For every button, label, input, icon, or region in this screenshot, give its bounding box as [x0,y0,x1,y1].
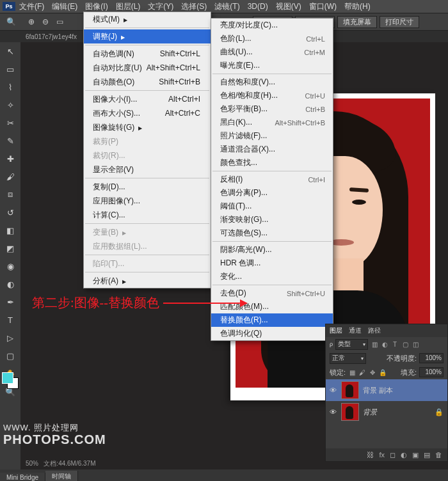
menu-layer[interactable]: 图层(L) [116,1,141,12]
blur-tool-icon[interactable]: ◉ [4,260,17,272]
adjust-menu-item[interactable]: 色调分离(P)... [211,186,333,200]
fill-screen-button[interactable]: 填充屏幕 [337,16,377,28]
filter-shape-icon[interactable]: ▢ [401,340,409,348]
image-menu-item[interactable]: 图像大小(I)...Alt+Ctrl+I [84,92,211,106]
wand-tool-icon[interactable]: ✧ [4,99,17,111]
adjust-menu-item[interactable]: 阈值(T)... [211,200,333,213]
marquee-tool-icon[interactable]: ▭ [4,63,17,75]
image-menu-item[interactable]: 变量(B) [84,225,211,239]
filter-image-icon[interactable]: ▥ [371,340,378,348]
menu-select[interactable]: 选择(S) [181,1,207,12]
lock-pos-icon[interactable]: ✥ [369,368,376,376]
adjust-menu-item[interactable]: 变化... [211,270,333,283]
image-menu-item[interactable]: 画布大小(S)...Alt+Ctrl+C [84,106,211,120]
menu-window[interactable]: 窗口(W) [309,1,337,12]
menu-filter[interactable]: 滤镜(T) [214,1,239,12]
stamp-tool-icon[interactable]: ⧈ [4,188,17,201]
print-size-button[interactable]: 打印尺寸 [380,16,419,28]
group-icon[interactable]: ▣ [412,451,419,459]
image-menu-item[interactable]: 分析(A) [84,274,211,288]
image-menu-item[interactable]: 应用数据组(L)... [84,239,211,253]
image-menu-item[interactable]: 显示全部(V) [84,162,211,177]
mask-icon[interactable]: ◻ [390,451,396,459]
filter-text-icon[interactable]: T [391,340,399,348]
opacity-input[interactable]: 100% [419,353,444,363]
tab-minibridge[interactable]: Mini Bridge [0,473,45,481]
adjust-menu-item[interactable]: 可选颜色(S)... [211,226,333,240]
image-menu-item[interactable]: 计算(C)... [84,208,211,222]
image-menu-item[interactable]: 裁切(R)... [84,148,211,162]
adjust-menu-item[interactable]: 曝光度(E)... [211,59,333,72]
zoom-window-icon[interactable]: ▭ [54,16,65,28]
adjust-menu-item[interactable]: 曲线(U)...Ctrl+M [211,45,333,59]
type-tool-icon[interactable]: T [4,313,17,326]
menu-3d[interactable]: 3D(D) [248,2,268,11]
dodge-tool-icon[interactable]: ◐ [4,278,17,290]
pen-tool-icon[interactable]: ✒ [4,296,17,308]
layer-row[interactable]: 👁 背景 🔒 [326,401,447,423]
visibility-icon[interactable]: 👁 [328,408,337,416]
fill-input[interactable]: 100% [419,367,444,377]
layer-name[interactable]: 背景 副本 [363,386,393,395]
lock-all-icon[interactable]: 🔒 [379,368,387,376]
move-tool-icon[interactable]: ↖ [4,45,17,58]
layer-name[interactable]: 背景 [363,407,377,417]
menu-view[interactable]: 视图(V) [276,1,301,12]
menu-file[interactable]: 文件(F) [19,1,44,12]
image-menu-item[interactable]: 模式(M) [84,12,211,26]
image-menu-item[interactable]: 裁剪(P) [84,134,211,148]
image-menu-item[interactable]: 陷印(T)... [84,256,211,271]
adjust-menu-item[interactable]: 黑白(K)...Alt+Shift+Ctrl+B [211,116,333,129]
blend-mode-select[interactable]: 正常 [330,353,366,364]
adjust-icon[interactable]: ◐ [401,451,407,459]
crop-tool-icon[interactable]: ✂ [4,116,17,129]
adjust-menu-item[interactable]: 渐变映射(G)... [211,213,333,226]
tab-timeline[interactable]: 时间轴 [45,471,78,481]
filter-kind-select[interactable]: 类型 [335,339,368,350]
image-menu[interactable]: 模式(M)调整(J)自动色调(N)Shift+Ctrl+L自动对比度(U)Alt… [83,12,211,288]
adjust-menu-item[interactable]: 色彩平衡(B)...Ctrl+B [211,102,333,116]
eraser-tool-icon[interactable]: ◧ [4,224,17,237]
filter-adjust-icon[interactable]: ◐ [381,340,388,348]
image-menu-item[interactable]: 自动颜色(O)Shift+Ctrl+B [84,75,211,89]
image-menu-item[interactable]: 调整(J) [84,29,211,43]
tab-layers[interactable]: 图层 [330,326,342,335]
menu-help[interactable]: 帮助(H) [344,1,371,12]
zoom-in-icon[interactable]: ⊕ [26,16,37,28]
adjust-menu-item[interactable]: 反相(I)Ctrl+I [211,173,333,186]
lasso-tool-icon[interactable]: ⌇ [4,81,17,93]
shape-tool-icon[interactable]: ▢ [4,349,17,362]
layer-row[interactable]: 👁 背景 副本 [326,379,447,401]
adjust-menu-item[interactable]: 替换颜色(R)... [211,313,333,327]
adjust-menu-item[interactable]: 色调均化(Q) [211,327,333,340]
adjust-menu-item[interactable]: 色阶(L)...Ctrl+L [211,32,333,45]
image-menu-item[interactable]: 复制(D)... [84,180,211,194]
visibility-icon[interactable]: 👁 [328,386,337,394]
image-menu-item[interactable]: 应用图像(Y)... [84,194,211,208]
fg-swatch[interactable] [2,372,13,384]
image-menu-item[interactable]: 自动色调(N)Shift+Ctrl+L [84,47,211,61]
adjust-menu-item[interactable]: 自然饱和度(V)... [211,75,333,89]
healing-tool-icon[interactable]: ✚ [4,152,17,165]
tab-channels[interactable]: 通道 [349,326,362,335]
lock-trans-icon[interactable]: ▦ [348,368,356,376]
menu-edit[interactable]: 编辑(E) [52,1,77,12]
adjust-menu-item[interactable]: 颜色查找... [211,156,333,170]
menu-image[interactable]: 图像(I) [85,1,108,12]
filter-smart-icon[interactable]: ◫ [412,340,419,348]
lock-pixel-icon[interactable]: 🖌 [358,368,366,376]
gradient-tool-icon[interactable]: ◩ [4,242,17,255]
menu-text[interactable]: 文字(Y) [148,1,173,12]
path-tool-icon[interactable]: ▷ [4,331,17,344]
history-brush-icon[interactable]: ↺ [4,206,17,219]
adjustments-submenu[interactable]: 亮度/对比度(C)...色阶(L)...Ctrl+L曲线(U)...Ctrl+M… [211,18,333,341]
color-swatches[interactable] [2,372,19,389]
link-icon[interactable]: ⛓ [367,451,374,459]
adjust-menu-item[interactable]: 色相/饱和度(H)...Ctrl+U [211,89,333,102]
image-menu-item[interactable]: 自动对比度(U)Alt+Shift+Ctrl+L [84,61,211,75]
adjust-menu-item[interactable]: 阴影/高光(W)... [211,243,333,256]
document-tab[interactable]: 6fa017c7jw1ey4fx [26,33,77,40]
zoom-out-icon[interactable]: ⊖ [40,16,51,28]
tab-paths[interactable]: 路径 [368,326,381,335]
fx-icon[interactable]: fx [379,451,385,459]
